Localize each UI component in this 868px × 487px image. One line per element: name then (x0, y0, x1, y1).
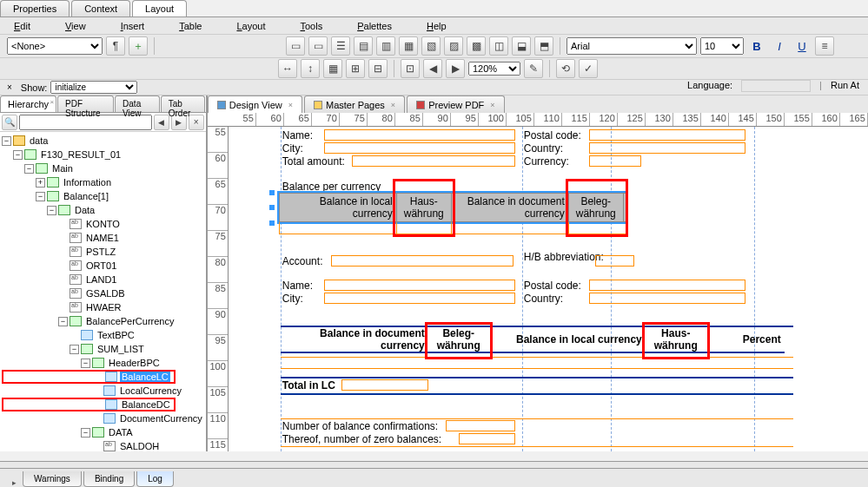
tab-tab-order[interactable]: Tab Order (161, 95, 205, 112)
th-hauswahrung[interactable]: Haus-währung (397, 194, 452, 221)
th-belegwahrung2[interactable]: Beleg-währung (428, 327, 489, 352)
italic-button[interactable]: I (770, 40, 789, 53)
tb-icon-3[interactable]: ☰ (331, 36, 350, 56)
zoom-select[interactable]: 120% (468, 62, 520, 76)
tab-context[interactable]: Context (71, 0, 130, 16)
tab-hierarchy[interactable]: Hierarchy× (0, 95, 56, 112)
field-name[interactable] (324, 129, 515, 141)
menu-table[interactable]: Table (174, 19, 207, 33)
tree-konto[interactable]: KONTO (84, 219, 122, 229)
tab-binding[interactable]: Binding (83, 471, 135, 487)
tab-pdf-structure[interactable]: PDF Structure (57, 95, 114, 112)
field-account[interactable] (331, 255, 514, 267)
tree-sumlist[interactable]: SUM_LIST (96, 344, 146, 354)
tree-toggle[interactable]: − (47, 206, 56, 215)
tab-preview-pdf[interactable]: Preview PDF× (407, 95, 504, 113)
tb2-6[interactable]: ✎ (524, 59, 543, 78)
th-balance-local[interactable]: Balance in local currency (280, 194, 397, 221)
tb2-next[interactable]: ▶ (446, 59, 465, 78)
bottom-arrow-icon[interactable]: ▸ (12, 478, 23, 487)
tb2-prev[interactable]: ◀ (423, 59, 442, 78)
tree-balance[interactable]: Balance[1] (62, 191, 110, 201)
menu-edit[interactable]: Edit (9, 19, 36, 33)
tb2-1[interactable]: ↔ (278, 59, 297, 78)
tb-icon-7[interactable]: ▧ (421, 36, 441, 56)
tree-land1[interactable]: LAND1 (84, 274, 118, 285)
field-zero[interactable] (459, 433, 515, 444)
tb-icon-8[interactable]: ▨ (444, 36, 463, 56)
bold-button[interactable]: B (747, 40, 766, 53)
th-balance-local2[interactable]: Balance in local currency (489, 327, 646, 352)
menu-tools[interactable]: Tools (295, 19, 328, 33)
tb2-3[interactable]: ▦ (323, 59, 342, 78)
tb2-4[interactable]: ⊞ (346, 59, 365, 78)
tree-ort01[interactable]: ORT01 (84, 260, 118, 271)
tb-icon-1[interactable]: ▭ (286, 36, 305, 56)
field-name2[interactable] (324, 280, 515, 291)
underline-button[interactable]: U (792, 40, 812, 53)
font-family-select[interactable]: Arial (567, 37, 697, 55)
field-postalcode-top[interactable] (589, 129, 745, 141)
tree-headerbpc[interactable]: HeaderBPC (107, 358, 162, 368)
th-balance-doc2[interactable]: Balance in document currency (281, 327, 428, 352)
field-currency[interactable] (589, 155, 641, 167)
tree-pstlz[interactable]: PSTLZ (84, 247, 117, 257)
tb-icon-9[interactable]: ▩ (467, 36, 486, 56)
menu-insert[interactable]: Insert (116, 19, 150, 33)
font-size-select[interactable]: 10 (700, 37, 744, 55)
th-hauswahrung2[interactable]: Haus-währung (646, 327, 706, 352)
tree-toggle[interactable]: − (81, 428, 90, 438)
tab-layout[interactable]: Layout (132, 0, 187, 16)
tree-f130[interactable]: F130_RESULT_01 (39, 149, 123, 160)
field-country[interactable] (589, 142, 745, 154)
tree-information[interactable]: Information (62, 177, 113, 188)
table-header-bpc[interactable]: Balance in local currency Haus-währung B… (279, 193, 626, 222)
tree-toggle[interactable]: + (36, 178, 45, 188)
tab-warnings[interactable]: Warnings (23, 471, 82, 487)
tb-icon-4[interactable]: ▤ (354, 36, 373, 56)
tb-icon-12[interactable]: ⬒ (534, 36, 553, 56)
field-hb[interactable] (595, 255, 634, 267)
tab-properties[interactable]: Properties (0, 0, 70, 16)
tree-balancedc[interactable]: BalanceDC (120, 399, 172, 410)
tb2-8[interactable]: ✓ (579, 59, 598, 78)
tree-localcurrency[interactable]: LocalCurrency (118, 385, 183, 396)
field-postal2[interactable] (589, 280, 745, 291)
menu-help[interactable]: Help (421, 19, 452, 33)
search-prev-icon[interactable]: ◀ (154, 115, 169, 130)
menu-layout[interactable]: Layout (231, 19, 270, 33)
paragraph-style-select[interactable]: <None> (7, 37, 103, 55)
th-percent[interactable]: Percent (706, 327, 785, 352)
tab-master-pages[interactable]: Master Pages× (304, 95, 405, 113)
tb-icon-5[interactable]: ▥ (376, 36, 395, 56)
align-btn[interactable]: ≡ (815, 36, 834, 56)
tree-balancelc[interactable]: BalanceLC (120, 372, 170, 382)
tree-toggle[interactable]: − (58, 317, 68, 326)
tree-hwaer[interactable]: HWAER (84, 302, 123, 313)
search-close-icon[interactable]: × (189, 115, 204, 130)
tb2-5[interactable]: ⊟ (368, 59, 388, 78)
design-canvas[interactable]: Name: Postal code: City: Country: Total … (229, 127, 868, 451)
style-none-btn[interactable]: ¶ (106, 36, 125, 56)
tree-toggle[interactable]: − (81, 359, 90, 368)
tree-data3[interactable]: DATA (107, 427, 135, 438)
tab-design-view[interactable]: Design View× (208, 95, 302, 113)
field-total-lc[interactable] (341, 379, 428, 391)
tb-icon-11[interactable]: ⬓ (512, 36, 531, 56)
tree-toggle[interactable]: − (13, 150, 23, 160)
tb-icon-2[interactable]: ▭ (308, 36, 328, 56)
tree-documentcurrency[interactable]: DocumentCurrency (118, 413, 204, 424)
field-city2[interactable] (324, 293, 515, 304)
style-new-btn[interactable]: ＋ (129, 36, 148, 56)
tree-gsaldb[interactable]: GSALDB (84, 288, 127, 299)
field-totalamount[interactable] (352, 155, 515, 167)
th-belegwahrung[interactable]: Beleg-währung (569, 194, 624, 221)
tree-textbpc[interactable]: TextBPC (96, 330, 136, 340)
search-icon[interactable]: 🔍 (2, 115, 17, 130)
tree-toggle[interactable]: − (2, 136, 11, 146)
field-city[interactable] (324, 142, 515, 154)
show-event-select[interactable]: initialize (50, 81, 137, 94)
tree-toggle[interactable]: − (70, 345, 79, 354)
menu-palettes[interactable]: Palettes (352, 19, 397, 33)
hierarchy-tree[interactable]: −data −F130_RESULT_01 −Main +Information… (0, 132, 206, 451)
